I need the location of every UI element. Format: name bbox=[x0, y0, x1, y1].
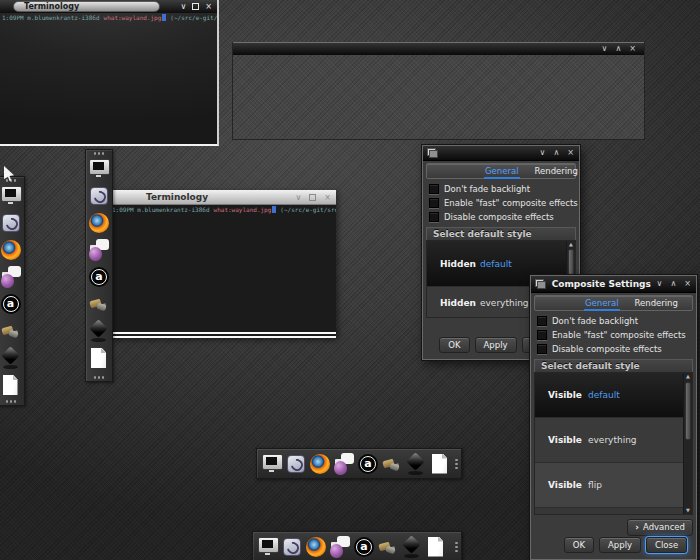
window-bottom-border bbox=[110, 331, 336, 338]
prompt-path: (~/src/e-git/src) bbox=[166, 14, 217, 21]
tab-general[interactable]: General bbox=[583, 297, 621, 309]
list-item-flip[interactable]: Visible flip bbox=[535, 463, 683, 508]
advanced-button[interactable]: › Advanced bbox=[627, 519, 693, 536]
scroll-down-icon[interactable]: ▼ bbox=[684, 507, 692, 514]
maximize-icon[interactable] bbox=[192, 3, 199, 10]
keys-icon[interactable] bbox=[88, 293, 110, 315]
dock-horizontal-lower[interactable]: a bbox=[252, 531, 462, 560]
checkbox-box[interactable] bbox=[537, 316, 547, 326]
terminology2-titlebar[interactable]: Terminology ∨ × bbox=[110, 190, 336, 205]
style-list[interactable]: Visible default Visible everything Visib… bbox=[534, 372, 693, 515]
prompt-command: what:wayland.jpg bbox=[104, 14, 162, 21]
pidgin-icon[interactable] bbox=[0, 266, 22, 288]
blank-window-titlebar[interactable]: ∨ ∧ × bbox=[233, 42, 644, 55]
keys-icon[interactable] bbox=[377, 536, 399, 558]
shade-icon[interactable]: ∨ bbox=[602, 45, 608, 53]
checkbox-disable-composite[interactable]: Disable composite effects bbox=[429, 210, 573, 224]
select-style-header: Select default style bbox=[426, 227, 576, 240]
a-circle-icon[interactable]: a bbox=[353, 536, 375, 558]
inkscape-icon[interactable] bbox=[401, 536, 423, 558]
a-circle-icon[interactable]: a bbox=[357, 453, 379, 475]
a-circle-icon[interactable]: a bbox=[0, 293, 22, 315]
document-icon[interactable] bbox=[88, 347, 110, 369]
inkscape-icon[interactable] bbox=[405, 453, 427, 475]
close-button[interactable]: Close bbox=[646, 537, 687, 553]
dialog-titlebar[interactable]: ∨ ∧ × bbox=[423, 146, 579, 161]
swirl-app-icon[interactable] bbox=[88, 185, 110, 207]
checkbox-disable-composite[interactable]: Disable composite effects bbox=[537, 342, 690, 356]
swirl-app-icon[interactable] bbox=[281, 536, 303, 558]
checkbox-box[interactable] bbox=[537, 344, 547, 354]
pidgin-icon[interactable] bbox=[333, 453, 355, 475]
swirl-app-icon[interactable] bbox=[285, 453, 307, 475]
terminology-window-1[interactable]: Terminology ∨ × 1:09PM m.blumenkrantz-i3… bbox=[0, 0, 219, 146]
terminology-icon[interactable] bbox=[257, 536, 279, 558]
document-icon[interactable] bbox=[0, 374, 22, 396]
dialog-titlebar[interactable]: Composite Settings ∨ ∧ × bbox=[531, 276, 696, 293]
terminology-window-2[interactable]: Terminology ∨ × 1:09PM m.blumenkrantz-i3… bbox=[110, 190, 336, 338]
terminology-icon[interactable] bbox=[0, 185, 22, 207]
scrollbar[interactable]: ▲ ▼ bbox=[683, 373, 692, 514]
blank-window[interactable]: ∨ ∧ × bbox=[232, 42, 645, 140]
close-icon[interactable]: × bbox=[205, 3, 212, 11]
checkbox-enable-fast-effects[interactable]: Enable "fast" composite effects bbox=[537, 328, 690, 342]
terminology-icon[interactable] bbox=[261, 453, 283, 475]
tab-rendering[interactable]: Rendering bbox=[633, 297, 680, 309]
apply-button[interactable]: Apply bbox=[599, 537, 641, 553]
raise-icon[interactable]: ∧ bbox=[553, 149, 559, 157]
raise-icon[interactable]: ∧ bbox=[615, 45, 621, 53]
terminal-body[interactable]: 1:09PM m.blumenkrantz-i386d what:wayland… bbox=[110, 205, 336, 331]
list-item-everything[interactable]: Visible everything bbox=[535, 418, 683, 463]
checkbox-box[interactable] bbox=[429, 198, 439, 208]
terminal-body[interactable]: 1:09PM m.blumenkrantz-i386d what:wayland… bbox=[0, 13, 217, 144]
tab-rendering[interactable]: Rendering bbox=[533, 165, 580, 177]
close-icon[interactable]: × bbox=[324, 194, 331, 202]
close-icon[interactable]: × bbox=[567, 149, 574, 157]
terminology-icon[interactable] bbox=[88, 158, 110, 180]
scroll-up-icon[interactable]: ▲ bbox=[684, 373, 692, 380]
close-icon[interactable]: × bbox=[684, 280, 691, 288]
scrollbar-thumb[interactable] bbox=[685, 382, 691, 440]
swirl-app-icon[interactable] bbox=[0, 212, 22, 234]
checkbox-box[interactable] bbox=[429, 212, 439, 222]
checkbox-dont-fade-backlight[interactable]: Don't fade backlight bbox=[537, 314, 690, 328]
inkscape-icon[interactable] bbox=[0, 347, 22, 369]
keys-icon[interactable] bbox=[381, 453, 403, 475]
pidgin-icon[interactable] bbox=[329, 536, 351, 558]
tab-general[interactable]: General bbox=[483, 165, 521, 177]
pidgin-icon[interactable] bbox=[88, 239, 110, 261]
shade-icon[interactable]: ∨ bbox=[295, 194, 301, 202]
checkbox-box[interactable] bbox=[537, 330, 547, 340]
shade-icon[interactable]: ∨ bbox=[180, 3, 186, 11]
checkbox-box[interactable] bbox=[429, 184, 439, 194]
scroll-up-icon[interactable]: ▲ bbox=[567, 241, 575, 248]
composite-settings-dialog-2[interactable]: Composite Settings ∨ ∧ × General Renderi… bbox=[530, 275, 697, 560]
dock-vertical-left[interactable]: a bbox=[0, 176, 25, 406]
shade-icon[interactable]: ∨ bbox=[657, 280, 663, 288]
keys-icon[interactable] bbox=[0, 320, 22, 342]
window-title: Terminology bbox=[146, 192, 208, 202]
shade-icon[interactable]: ∨ bbox=[540, 149, 546, 157]
scrollbar-thumb[interactable] bbox=[568, 249, 574, 275]
checkbox-dont-fade-backlight[interactable]: Don't fade backlight bbox=[429, 182, 573, 196]
raise-icon[interactable]: ∧ bbox=[670, 280, 676, 288]
dock-horizontal-upper[interactable]: a bbox=[256, 448, 462, 479]
inkscape-icon[interactable] bbox=[88, 320, 110, 342]
apply-button[interactable]: Apply bbox=[475, 337, 517, 353]
a-circle-icon[interactable]: a bbox=[88, 266, 110, 288]
list-item-default[interactable]: Visible default bbox=[535, 373, 683, 418]
dock-vertical-second[interactable]: a bbox=[85, 149, 113, 382]
firefox-icon[interactable] bbox=[0, 239, 22, 261]
checkbox-enable-fast-effects[interactable]: Enable "fast" composite effects bbox=[429, 196, 573, 210]
close-icon[interactable]: × bbox=[629, 45, 636, 53]
firefox-icon[interactable] bbox=[305, 536, 327, 558]
firefox-icon[interactable] bbox=[309, 453, 331, 475]
document-icon[interactable] bbox=[425, 536, 447, 558]
document-icon[interactable] bbox=[429, 453, 451, 475]
ok-button[interactable]: OK bbox=[439, 337, 469, 353]
terminology1-titlebar[interactable]: Terminology ∨ × bbox=[0, 0, 217, 13]
maximize-icon[interactable] bbox=[309, 194, 316, 201]
shell-prompt: 1:09PM m.blumenkrantz-i386d what:wayland… bbox=[0, 13, 217, 22]
ok-button[interactable]: OK bbox=[564, 537, 594, 553]
firefox-icon[interactable] bbox=[88, 212, 110, 234]
